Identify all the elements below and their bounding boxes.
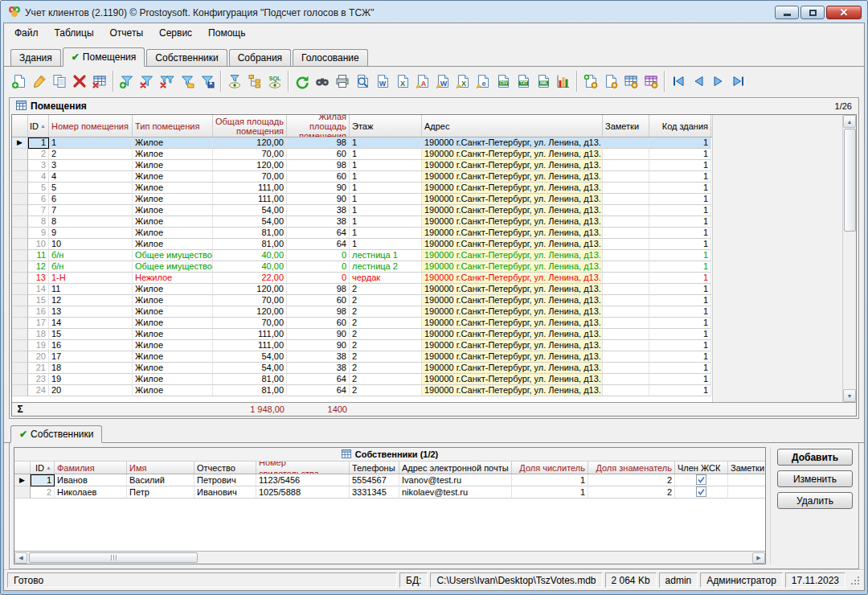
table-row[interactable]: 88Жилое54,00381190000 г.Санкт-Петербург,… <box>12 216 712 228</box>
menu-item-reports[interactable]: Отчеты <box>103 25 150 41</box>
cell-number[interactable]: 20 <box>49 385 133 396</box>
column-header-building_code[interactable]: Код здания <box>649 115 711 137</box>
column-header-total_area[interactable]: Общая площадь помещения <box>213 115 287 137</box>
export-excel-icon[interactable]: X <box>392 71 412 92</box>
cell-building_code[interactable]: 1 <box>649 228 711 239</box>
cell-notes[interactable] <box>603 183 649 194</box>
cell-floor[interactable]: 2 <box>350 306 422 318</box>
cell-total_area[interactable]: 81,00 <box>213 239 287 250</box>
cell-number[interactable]: 11 <box>49 284 133 295</box>
cell-id[interactable]: 7 <box>28 205 49 216</box>
edit-record-icon[interactable] <box>29 71 49 92</box>
column-header-certificate[interactable]: Номер свидетельства <box>256 462 350 474</box>
row-selector[interactable] <box>12 340 28 351</box>
row-selector[interactable] <box>12 374 28 385</box>
scroll-right-arrow[interactable]: ▶ <box>752 552 765 564</box>
cell-id[interactable]: 20 <box>28 351 49 363</box>
cell-floor[interactable]: 2 <box>350 295 422 306</box>
cell-living_area[interactable]: 64 <box>287 385 350 396</box>
cell-building_code[interactable]: 1 <box>649 250 711 261</box>
cell-number[interactable]: 15 <box>49 329 133 340</box>
filter-remove-icon[interactable] <box>137 71 157 92</box>
cell-id[interactable]: 13 <box>28 273 49 284</box>
cell-floor[interactable]: 2 <box>350 351 422 363</box>
cell-type[interactable]: Жилое <box>133 306 213 318</box>
cell-number[interactable]: 17 <box>49 351 133 363</box>
cell-number[interactable]: 7 <box>49 205 133 216</box>
cell-number[interactable]: 6 <box>49 194 133 205</box>
cell-type[interactable]: Жилое <box>133 284 213 295</box>
cell-id[interactable]: 16 <box>28 306 49 318</box>
vertical-scroll-thumb[interactable] <box>844 129 856 232</box>
cell-floor[interactable]: 1 <box>350 183 422 194</box>
cell-notes[interactable] <box>603 363 649 374</box>
cell-total_area[interactable]: 81,00 <box>213 374 287 385</box>
cell-number[interactable]: 1-Н <box>49 273 133 284</box>
cell-total_area[interactable]: 120,00 <box>213 137 287 149</box>
cell-floor[interactable]: 2 <box>350 340 422 351</box>
cell-notes[interactable] <box>603 306 649 318</box>
cell-living_area[interactable]: 60 <box>287 295 350 306</box>
cell-number[interactable]: 2 <box>49 149 133 160</box>
cell-type[interactable]: Жилое <box>133 374 213 385</box>
column-header-email[interactable]: Адрес электронной почты <box>399 462 512 474</box>
cell-total_area[interactable]: 111,00 <box>213 183 287 194</box>
cell-number[interactable]: 4 <box>49 171 133 183</box>
cell-floor[interactable]: 1 <box>350 149 422 160</box>
column-header-living_area[interactable]: Жилая площадь помещения <box>287 115 350 137</box>
cell-notes[interactable] <box>603 351 649 363</box>
cell-building_code[interactable]: 1 <box>649 385 711 396</box>
cell-building_code[interactable]: 1 <box>649 137 711 149</box>
cell-living_area[interactable]: 64 <box>287 239 350 250</box>
filter-tree-icon[interactable] <box>244 71 264 92</box>
cell-total_area[interactable]: 111,00 <box>213 329 287 340</box>
minimize-button[interactable] <box>775 6 799 19</box>
table-row[interactable]: 55Жилое111,00901190000 г.Санкт-Петербург… <box>12 183 712 194</box>
cell-notes[interactable] <box>603 228 649 239</box>
cell-number[interactable]: 16 <box>49 340 133 351</box>
cell-share_denominator[interactable]: 2 <box>588 486 675 499</box>
cell-address[interactable]: 190000 г.Санкт-Петербург, ул. Ленина, д1… <box>422 194 603 205</box>
member-checkbox[interactable] <box>678 486 725 497</box>
row-selector[interactable]: ▶ <box>14 474 31 486</box>
cell-total_area[interactable]: 22,00 <box>213 273 287 284</box>
row-selector[interactable] <box>12 183 28 194</box>
cell-living_area[interactable]: 64 <box>287 228 350 239</box>
owner-row[interactable]: 2НиколаевПетрИванович1025/58883331345nik… <box>14 486 765 499</box>
cell-notes[interactable] <box>603 149 649 160</box>
cell-address[interactable]: 190000 г.Санкт-Петербург, ул. Ленина, д1… <box>422 171 603 183</box>
cell-building_code[interactable]: 1 <box>649 261 711 273</box>
template-acrobat-icon[interactable]: A <box>412 71 432 92</box>
cell-address[interactable]: 190000 г.Санкт-Петербург, ул. Ленина, д1… <box>422 385 603 396</box>
table-row[interactable]: 22Жилое70,00601190000 г.Санкт-Петербург,… <box>12 149 712 160</box>
cell-living_area[interactable]: 90 <box>287 183 350 194</box>
column-header-id[interactable]: ID▲ <box>31 462 55 474</box>
cell-total_area[interactable]: 54,00 <box>213 351 287 363</box>
cell-type[interactable]: Жилое <box>133 239 213 250</box>
cell-floor[interactable]: 2 <box>350 374 422 385</box>
cell-living_area[interactable]: 0 <box>287 261 350 273</box>
cell-notes[interactable] <box>603 261 649 273</box>
cell-notes[interactable] <box>603 329 649 340</box>
column-header-id[interactable]: ID▲ <box>28 115 49 137</box>
cell-building_code[interactable]: 1 <box>649 205 711 216</box>
cell-id[interactable]: 21 <box>28 363 49 374</box>
cell-certificate[interactable]: 1025/5888 <box>256 486 350 499</box>
cell-total_area[interactable]: 54,00 <box>213 216 287 228</box>
tab-voting[interactable]: Голосование <box>293 49 368 66</box>
cell-id[interactable]: 3 <box>28 160 49 171</box>
tab-meetings[interactable]: Собрания <box>229 49 291 66</box>
cell-total_area[interactable]: 54,00 <box>213 205 287 216</box>
cell-type[interactable]: Жилое <box>133 340 213 351</box>
cell-id[interactable]: 12 <box>28 261 49 273</box>
cell-notes[interactable] <box>728 486 766 499</box>
vertical-scrollbar[interactable]: ▲ ▼ <box>842 115 856 402</box>
cell-living_area[interactable]: 0 <box>287 273 350 284</box>
table-row[interactable]: 2118Жилое54,00382190000 г.Санкт-Петербур… <box>12 363 712 374</box>
print-icon[interactable] <box>332 71 352 92</box>
cell-number[interactable]: б/н <box>49 261 133 273</box>
cell-number[interactable]: 12 <box>49 295 133 306</box>
cell-floor[interactable]: 2 <box>350 284 422 295</box>
cell-address[interactable]: 190000 г.Санкт-Петербург, ул. Ленина, д1… <box>422 183 603 194</box>
export-xml-icon[interactable]: XML <box>533 71 553 92</box>
